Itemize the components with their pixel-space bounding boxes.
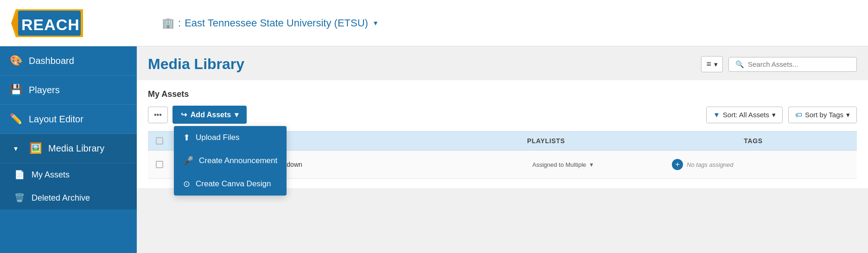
org-icon: 🏢 [162,17,174,29]
expand-caret-icon: ▾ [9,144,22,153]
main-layout: 🎨 Dashboard 💾 Players ✏️ Layout Editor ▾… [0,46,868,253]
deleted-archive-icon: 🗑️ [14,193,25,203]
sidebar-item-deleted-archive[interactable]: 🗑️ Deleted Archive [0,186,137,209]
content-area: Media Library ≡ ▾ 🔍 My Assets ••• ↪ [137,46,868,253]
playlists-value: Assigned to Multiple [532,161,586,168]
playlists-expand-icon[interactable]: ▾ [590,161,593,168]
toolbar: ••• ↪ Add Assets ▾ ⬆ Upload Files 🎤 Crea… [148,106,857,124]
add-assets-caret-icon: ▾ [235,110,238,119]
sidebar-item-media-library[interactable]: ▾ 🖼️ Media Library [0,134,137,163]
search-input[interactable] [748,60,850,68]
sort-all-assets-button[interactable]: ▼ Sort: All Assets ▾ [706,107,783,123]
select-all-checkbox[interactable] [156,137,163,145]
tags-value: No tags assigned [687,161,733,168]
view-caret-icon: ▾ [714,60,718,69]
sort-tags-label: Sort by Tags [805,111,843,119]
sidebar-sub-menu: 📄 My Assets 🗑️ Deleted Archive [0,163,137,209]
sidebar: 🎨 Dashboard 💾 Players ✏️ Layout Editor ▾… [0,46,137,253]
players-icon: 💾 [9,84,22,96]
sort-tags-caret-icon: ▾ [846,111,850,119]
table-header-check [148,132,171,150]
table-header-playlists: PLAYLISTS [442,132,650,150]
reach-logo: REACH [11,7,85,39]
logo-area: REACH [11,7,148,39]
org-separator: : [178,17,181,29]
add-assets-icon: ↪ [181,110,187,119]
dropdown-item-label: Upload Files [196,133,240,142]
app-header: REACH 🏢 : East Tennessee State Universit… [0,0,868,46]
org-selector[interactable]: 🏢 : East Tennessee State University (ETS… [148,17,377,29]
section-title: My Assets [148,89,857,99]
search-icon: 🔍 [735,60,744,69]
sidebar-item-label: Dashboard [29,56,74,66]
dropdown-item-create-announcement[interactable]: 🎤 Create Announcement [174,149,287,172]
layout-editor-icon: ✏️ [9,113,22,125]
table-header-tags: TAGS [650,132,857,150]
tag-icon: 🏷 [795,111,802,119]
dropdown-item-label: Create Announcement [199,156,277,165]
add-assets-button[interactable]: ↪ Add Assets ▾ [172,106,247,124]
row-tags-cell: + No tags assigned [661,154,857,175]
sidebar-item-label: Players [29,85,60,95]
sort-all-caret-icon: ▾ [772,111,776,119]
sidebar-sub-item-label: Deleted Archive [32,193,90,203]
dropdown-item-label: Create Canva Design [196,179,271,189]
sidebar-item-label: Layout Editor [29,114,83,125]
org-name: East Tennessee State University (ETSU) [185,17,368,29]
add-tag-button[interactable]: + [672,159,683,170]
upload-icon: ⬆ [183,133,190,143]
sort-by-tags-button[interactable]: 🏷 Sort by Tags ▾ [788,107,857,123]
org-caret-icon: ▾ [374,19,377,27]
dropdown-item-upload-files[interactable]: ⬆ Upload Files [174,126,287,149]
svg-text:REACH: REACH [21,16,80,33]
sidebar-item-dashboard[interactable]: 🎨 Dashboard [0,46,137,76]
sidebar-item-layout-editor[interactable]: ✏️ Layout Editor [0,105,137,134]
row-checkbox-cell [148,156,171,173]
more-options-button[interactable]: ••• [148,107,168,123]
view-toggle-button[interactable]: ≡ ▾ [701,56,723,72]
content-header: Media Library ≡ ▾ 🔍 [137,46,868,80]
row-checkbox[interactable] [156,161,163,168]
row-playlists-cell: Assigned to Multiple ▾ [465,156,661,173]
search-box: 🔍 [728,57,857,72]
sidebar-sub-item-label: My Assets [32,170,70,180]
canva-icon: ⊙ [183,179,190,189]
sidebar-item-my-assets[interactable]: 📄 My Assets [0,163,137,186]
dashboard-icon: 🎨 [9,55,22,67]
sidebar-item-players[interactable]: 💾 Players [0,76,137,105]
header-controls: ≡ ▾ 🔍 [701,56,857,72]
sidebar-item-label: Media Library [48,143,104,154]
dropdown-item-create-canva[interactable]: ⊙ Create Canva Design [174,172,287,196]
list-view-icon: ≡ [706,59,711,69]
add-assets-dropdown: ⬆ Upload Files 🎤 Create Announcement ⊙ C… [174,126,287,196]
sort-controls: ▼ Sort: All Assets ▾ 🏷 Sort by Tags ▾ [706,107,857,123]
content-body: My Assets ••• ↪ Add Assets ▾ ⬆ Upload Fi… [137,80,868,188]
announcement-icon: 🎤 [183,156,193,166]
page-title: Media Library [148,56,244,73]
add-assets-label: Add Assets [191,111,231,119]
sort-all-label: Sort: All Assets [723,111,769,119]
filter-icon: ▼ [713,111,720,119]
media-library-icon: 🖼️ [29,142,42,154]
my-assets-icon: 📄 [14,170,25,180]
